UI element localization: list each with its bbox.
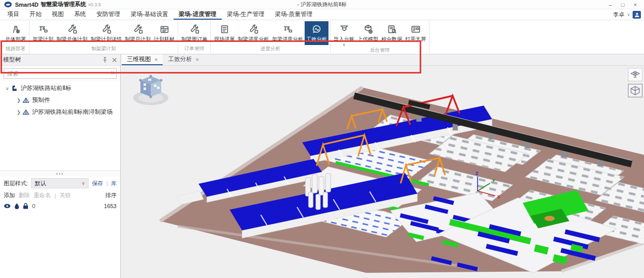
tab-efficiency-analysis[interactable]: 工效分析 × xyxy=(163,54,204,65)
visibility-eye-icon[interactable] xyxy=(4,203,11,209)
tree-expanded-icon[interactable]: ∨ xyxy=(4,86,10,91)
beam-overall-plan-button[interactable]: 制梁总体计划 xyxy=(55,21,89,45)
lock-icon[interactable] xyxy=(23,203,28,209)
sort-button[interactable]: 排序 xyxy=(105,192,117,199)
tree-collapsed-icon[interactable]: ❯ xyxy=(16,110,22,115)
menu-item-view[interactable]: 视图 xyxy=(47,9,69,20)
tree-node-label: 沪苏湖铁路站前Ⅱ标南浔制梁场 xyxy=(32,108,112,116)
tree-node-precast[interactable]: ❯ 预制件 xyxy=(0,94,120,106)
tab-3d-view[interactable]: 三维视图 × xyxy=(122,54,163,65)
ribbon-group-title: 制架梁计划 xyxy=(31,45,176,54)
beam-make-progress-analysis-button[interactable]: 制梁进度分析 xyxy=(236,21,270,45)
beam-erect-progress-analysis-button[interactable]: 架梁进度分析 xyxy=(270,21,305,45)
menu-item-system[interactable]: 系统 xyxy=(69,9,91,20)
layer-style-label: 图层样式: xyxy=(4,180,28,187)
tree-node-project[interactable]: ∨ 沪苏湖铁路站前Ⅱ标 xyxy=(0,82,120,94)
document-search-icon xyxy=(387,23,397,35)
erect-beam-plan-button[interactable]: 架梁计划 xyxy=(31,21,55,45)
weekly-order-button[interactable]: 制梁周订单 xyxy=(180,21,209,45)
close-tab-icon[interactable]: × xyxy=(154,56,158,63)
delete-layer-button[interactable]: 删除 xyxy=(19,192,30,199)
add-layer-button[interactable]: 添加 xyxy=(4,192,15,199)
layer-actions-row: 添加 删除 重命名 | 关联 排序 xyxy=(0,190,120,201)
verify-data-button[interactable]: 校合数据 xyxy=(380,21,404,47)
menu-item-quality-management[interactable]: 梁场-质量管理 xyxy=(270,9,318,20)
panel-empty-space xyxy=(0,211,120,278)
layer-order-number: 1653 xyxy=(104,203,117,209)
save-link[interactable]: 保存 xyxy=(92,180,103,187)
model-pyramid-icon xyxy=(22,109,30,115)
color-droplet-icon[interactable] xyxy=(15,203,19,209)
svg-text:X: X xyxy=(497,194,500,199)
gantry-crane-icon xyxy=(283,23,293,35)
upload-model-icon xyxy=(363,23,373,35)
big-screen-icon xyxy=(411,23,421,35)
search-area: × xyxy=(0,66,120,81)
menu-item-production-management[interactable]: 梁场-生产管理 xyxy=(222,9,270,20)
rename-layer-button[interactable]: 重命名 xyxy=(34,192,51,199)
menu-bar: 项目 开始 视图 系统 安防管理 梁场-基础设置 梁场-进度管理 梁场-生产管理… xyxy=(0,9,644,20)
beam-plan-detail-button[interactable]: 制梁计划详情 xyxy=(89,21,123,45)
3d-scene[interactable]: Z Y X xyxy=(121,66,644,278)
efficiency-analysis-button[interactable]: 工效分析 xyxy=(305,21,328,45)
ribbon-group-beam-plan: 架梁计划 制梁总体计划 制梁计划详情 制梁月计划 xyxy=(30,20,178,54)
window-close-button[interactable]: × xyxy=(629,1,641,9)
close-panel-icon[interactable] xyxy=(112,57,117,63)
view-tab-bar: 三维视图 × 工效分析 × xyxy=(121,54,644,66)
import-ledger-button[interactable]: 导入台账 ∨ xyxy=(332,21,356,47)
tree-collapsed-icon[interactable]: ❯ xyxy=(16,98,22,103)
menu-item-start[interactable]: 开始 xyxy=(24,9,47,20)
overall-deploy-button[interactable]: 总体部署 xyxy=(4,21,27,45)
ribbon-group-title: 订单管理 xyxy=(180,45,209,54)
upload-model-button[interactable]: 上传模型 xyxy=(356,21,380,47)
view-3d-button[interactable] xyxy=(628,84,642,97)
window-minimize-button[interactable]: – xyxy=(605,1,616,9)
navigation-cube-gizmo[interactable] xyxy=(133,75,168,106)
layer-style-row: 图层样式: 默认 ∨ 保存 | 库 xyxy=(0,177,120,190)
menu-item-security[interactable]: 安防管理 xyxy=(91,9,125,20)
import-funnel-icon xyxy=(339,23,349,35)
ribbon-group-title: 进度分析 xyxy=(212,45,328,54)
user-name[interactable]: 李卓 xyxy=(613,11,624,19)
tree-node-label: 预制件 xyxy=(32,96,50,104)
ribbon-group-route-deploy: 总体部署 线路部署 xyxy=(2,20,30,54)
person-icon xyxy=(634,12,640,18)
user-chevron-icon[interactable]: ∨ xyxy=(627,12,630,17)
project-structure-icon xyxy=(10,85,19,92)
tree-node-beam-yard[interactable]: ❯ 沪苏湖铁路站前Ⅱ标南浔制梁场 xyxy=(0,106,120,118)
open-big-screen-button[interactable]: 打开大屏 xyxy=(404,21,427,47)
beam-month-plan-button[interactable]: 制梁月计划 xyxy=(123,21,152,45)
menu-item-base-settings[interactable]: 梁场-基础设置 xyxy=(125,9,174,20)
gantry-crane-icon xyxy=(38,23,48,35)
panel-title: 模型树 xyxy=(3,56,21,64)
model-tree: ∨ 沪苏湖铁路站前Ⅱ标 ❯ 预制件 ❯ 沪苏湖铁路站前Ⅱ标南浔制梁场 xyxy=(0,81,120,170)
link-layer-button[interactable]: 关联 xyxy=(60,192,71,199)
model-tree-panel: 模型树 × ∨ 沪苏湖铁路站前Ⅱ标 ❯ xyxy=(0,54,121,278)
wrench-icon xyxy=(67,23,77,35)
panel-splitter-handle[interactable]: ••• xyxy=(0,170,120,177)
window-maximize-button[interactable]: □ xyxy=(617,1,628,9)
model-tree-header: 模型树 xyxy=(0,54,120,66)
user-area: 李卓 ∨ xyxy=(613,9,644,20)
ribbon-group-order: 制梁周订单 订单管理 xyxy=(178,20,211,54)
chat-wave-icon xyxy=(312,23,322,35)
model-pyramid-icon xyxy=(22,97,30,104)
view-2d-button[interactable] xyxy=(628,68,642,81)
search-input[interactable] xyxy=(4,68,117,79)
3d-viewport[interactable]: Z Y X xyxy=(121,66,644,278)
search-clear-icon[interactable]: × xyxy=(111,69,115,77)
library-link[interactable]: 库 xyxy=(111,180,117,187)
chevron-down-icon[interactable]: ∨ xyxy=(342,43,346,47)
layer-style-select[interactable]: 默认 ∨ xyxy=(31,178,89,188)
user-avatar[interactable] xyxy=(633,11,641,19)
layer-item-row[interactable]: 0 1653 xyxy=(0,201,120,211)
pin-icon[interactable] xyxy=(102,57,108,63)
app-logo-icon xyxy=(4,1,12,8)
app-version: v0.3.5 xyxy=(88,2,101,7)
menu-item-progress-management[interactable]: 梁场-进度管理 xyxy=(174,9,222,20)
site-progress-button[interactable]: 现场进展 xyxy=(212,21,236,45)
main-area: 模型树 × ∨ 沪苏湖铁路站前Ⅱ标 ❯ xyxy=(0,54,644,278)
plan-materials-button[interactable]: 计划耗材 xyxy=(152,21,176,45)
menu-item-project[interactable]: 项目 xyxy=(2,9,24,20)
close-tab-icon[interactable]: × xyxy=(195,56,198,63)
